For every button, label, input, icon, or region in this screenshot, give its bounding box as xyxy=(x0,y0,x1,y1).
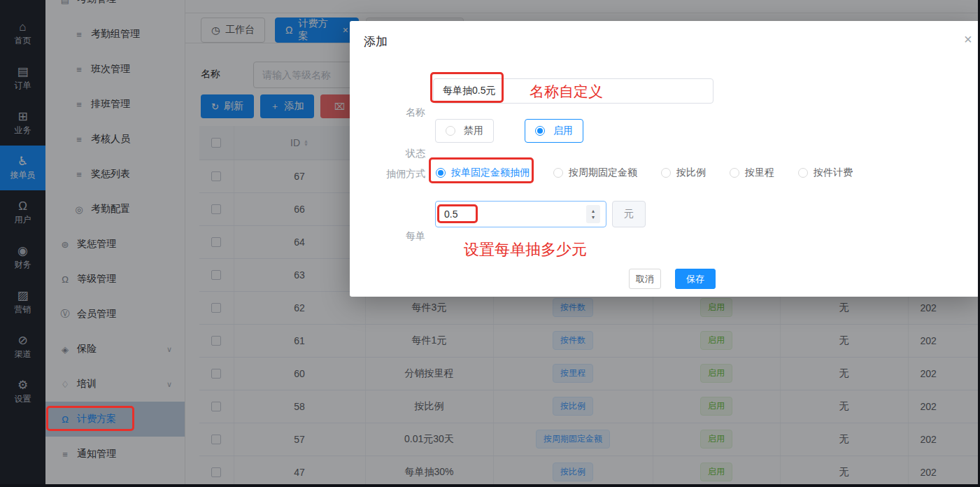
name-field-input[interactable]: 每单抽0.5元 xyxy=(433,78,713,104)
screen-bottom-edge xyxy=(0,484,980,487)
status-option-禁用[interactable]: 禁用 xyxy=(435,119,494,143)
radio-icon xyxy=(730,168,739,178)
method-option-label: 按件计费 xyxy=(814,167,853,179)
per-order-value: 0.5 xyxy=(444,209,457,220)
cancel-button[interactable]: 取消 xyxy=(629,269,661,289)
name-field-label: 名称 xyxy=(350,106,425,119)
method-option-label: 按单固定金额抽佣 xyxy=(451,167,530,179)
method-option-label: 按里程 xyxy=(745,167,774,179)
screen: ⌂首页▤订单⊞业务♿接单员Ω用户◉财务▨营销⊘渠道⚙设置 ▤考勤管理≡考勤组管理… xyxy=(0,0,980,487)
per-order-label: 每单 xyxy=(350,230,425,243)
method-option-按里程[interactable]: 按里程 xyxy=(730,167,774,179)
method-field-label: 抽佣方式 xyxy=(350,168,425,181)
method-option-按单固定金额抽佣[interactable]: 按单固定金额抽佣 xyxy=(436,167,530,179)
method-option-按件计费[interactable]: 按件计费 xyxy=(798,167,853,179)
number-stepper[interactable]: ▴▾ xyxy=(586,205,600,223)
dialog-close-icon[interactable]: × xyxy=(964,32,972,46)
radio-icon xyxy=(553,168,563,178)
per-order-input[interactable]: 0.5 ▴▾ xyxy=(435,201,606,227)
status-field-label: 状态 xyxy=(350,148,425,160)
name-field-value: 每单抽0.5元 xyxy=(443,85,495,97)
status-option-label: 禁用 xyxy=(464,125,483,137)
method-radio-group: 按单固定金额抽佣按周期固定金额按比例按里程按件计费 xyxy=(436,160,853,185)
method-option-label: 按周期固定金额 xyxy=(569,167,637,179)
radio-icon xyxy=(661,168,671,178)
radio-icon xyxy=(535,126,545,136)
save-button[interactable]: 保存 xyxy=(675,269,716,289)
unit-addon: 元 xyxy=(612,201,646,227)
radio-icon xyxy=(446,126,455,136)
radio-icon xyxy=(436,168,446,178)
method-option-按周期固定金额[interactable]: 按周期固定金额 xyxy=(553,167,637,179)
method-option-label: 按比例 xyxy=(676,167,706,179)
method-option-按比例[interactable]: 按比例 xyxy=(661,167,706,179)
step-down-icon[interactable]: ▾ xyxy=(592,214,595,220)
status-option-启用[interactable]: 启用 xyxy=(525,119,583,143)
step-up-icon[interactable]: ▴ xyxy=(592,208,595,214)
add-dialog: 添加 × 名称 每单抽0.5元 状态 禁用启用 抽佣方式 按单固定金额抽佣按周期… xyxy=(350,21,980,297)
dialog-title: 添加 xyxy=(364,34,388,50)
status-option-label: 启用 xyxy=(553,125,573,137)
radio-icon xyxy=(798,168,808,178)
